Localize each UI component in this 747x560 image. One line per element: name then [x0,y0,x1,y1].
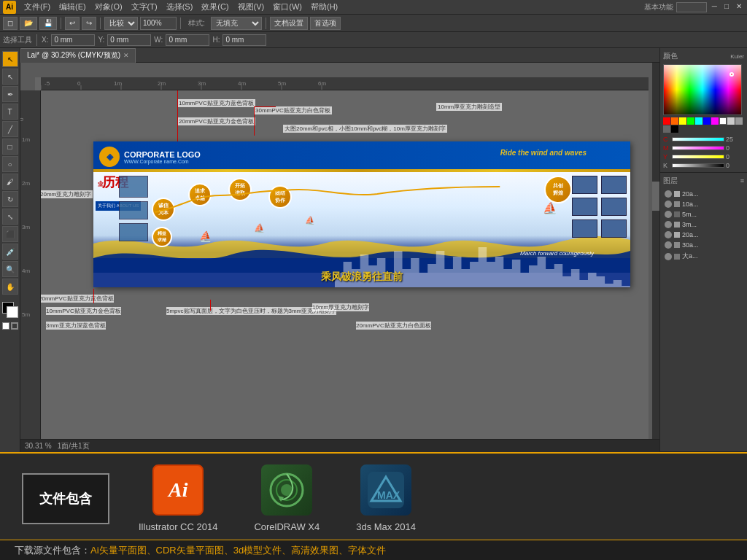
h-input[interactable] [222,34,266,46]
w-input[interactable] [166,34,209,46]
swatch-red[interactable] [663,117,670,125]
ann-line-1 [177,85,178,147]
paintbrush-tool[interactable]: 🖌 [2,174,18,190]
layer-item-5[interactable]: 20a... [663,230,744,240]
eyedropper-tool[interactable]: 💉 [2,244,18,260]
swatch-mgray[interactable] [735,117,743,125]
menu-effect[interactable]: 效果(C) [198,1,232,13]
zoom-tool[interactable]: 🔍 [2,261,18,277]
software-item-cdr: CorelDRAW X4 [254,464,320,532]
pen-tool[interactable]: ✒ [2,86,18,102]
file-contains-box: 文件包含 [22,473,109,524]
document-tab[interactable]: Lai* @ 30.29% (CMYK/预览) ✕ [20,48,136,63]
tab-close-icon[interactable]: ✕ [123,52,129,59]
swatch-lgray[interactable] [727,117,735,125]
layer-eye-2[interactable] [665,201,672,208]
banner-body: 企业 历程 关于我们 ABOUT US 诚信为本 追求卓越 精益求精 开 [93,172,630,287]
canvas-content[interactable]: 10mm亚克力雕刻字 10mmPVC贴亚克力蓝色背板 20mmPVC贴亚克力金色… [20,63,659,452]
layer-eye-4[interactable] [665,221,672,228]
layer-eye-7[interactable] [665,253,672,260]
menu-file[interactable]: 文件(F) [20,1,54,13]
layer-item-6[interactable]: 30a... [663,240,744,250]
preferences-btn[interactable]: 首选项 [310,17,341,30]
ellipse-tool[interactable]: ○ [2,156,18,172]
cmyk-sliders: C 25 M 0 Y 0 K 0 [663,136,744,169]
layer-item-3[interactable]: 5m... [663,209,744,219]
layer-item-1[interactable]: 20a... [663,189,744,199]
software-items: Ai Illustrator CC 2014 CorelDRAW X4 [139,464,416,532]
fill-color-box[interactable] [2,302,18,318]
layer-eye-3[interactable] [665,211,672,218]
layer-item-4[interactable]: 3m... [663,219,744,230]
new-btn[interactable]: ◻ [3,17,18,30]
layer-item-7[interactable]: 大a... [663,250,744,262]
menu-edit[interactable]: 编辑(E) [55,1,90,13]
v-scrollbar-thumb[interactable] [652,182,659,211]
rotate-tool[interactable]: ↻ [2,191,18,207]
m-slider-track[interactable] [672,146,724,150]
minimize-btn[interactable]: ─ [710,2,719,12]
layer-name-5: 20a... [682,231,699,238]
zoom-select[interactable]: 比较 [104,17,138,30]
layers-title-label: 图层 [663,176,678,186]
k-slider-track[interactable] [672,163,724,168]
banner-header: ◈ CORPORATE LOGO WWW.Corporate name.Com … [93,141,630,172]
layer-item-2[interactable]: 10a... [663,199,744,209]
anno-5mm-photo: 5mpvc贴写真面层，文字为白色亚压时，标题为3mm亚克力雕刻字 [166,307,336,315]
gradient-tool[interactable]: ⬛ [2,226,18,242]
open-btn[interactable]: 📂 [20,17,37,30]
swatch-white[interactable] [719,117,727,125]
layer-eye-1[interactable] [665,190,672,198]
anno-30mm-white: 30mmPVC贴亚克力白色背板 [254,106,332,114]
zoom-input[interactable] [140,17,177,30]
search-bar[interactable] [676,2,707,12]
layer-eye-6[interactable] [665,241,672,249]
style-select[interactable]: 无填充 [211,17,262,30]
layer-eye-5[interactable] [665,231,672,238]
save-btn[interactable]: 💾 [39,17,57,30]
svg-text:6m: 6m [318,80,326,87]
y-input[interactable] [107,34,151,46]
menu-help[interactable]: 帮助(H) [307,1,341,13]
swatch-cyan[interactable] [695,117,703,125]
undo-btn[interactable]: ↩ [65,17,80,30]
hand-tool[interactable]: ✋ [2,279,18,295]
ann-line-bottom-1 [93,289,94,303]
menu-window[interactable]: 窗口(W) [269,1,306,13]
swatch-blue[interactable] [703,117,711,125]
redo-btn[interactable]: ↪ [82,17,96,30]
swatch-magenta[interactable] [711,117,719,125]
color-gradient-box[interactable] [663,64,742,115]
text-tool[interactable]: T [2,104,18,120]
document-settings-btn[interactable]: 文档设置 [270,17,308,30]
swatch-orange[interactable] [671,117,678,125]
maximize-btn[interactable]: □ [722,2,731,12]
scale-tool[interactable]: ⤡ [2,209,18,225]
tab-label: Lai* @ 30.29% (CMYK/预览) [27,50,120,61]
close-btn[interactable]: ✕ [734,2,744,12]
swatch-dgray[interactable] [663,125,670,133]
anno-20mm-blue-bg: 20mmPVC贴亚克力蓝色背板 [39,295,114,303]
vertical-scrollbar[interactable] [652,63,659,452]
menu-select[interactable]: 选择(S) [163,1,197,13]
bottom-area: 文件包含 Ai Illustrator CC 2014 [0,452,747,560]
right-panel: 颜色 Kuler [659,48,747,452]
app-logo: Ai [3,1,16,14]
select-tool[interactable]: ↖ [2,51,18,67]
line-tool[interactable]: ╱ [2,121,18,137]
menu-object[interactable]: 对象(O) [91,1,126,13]
direct-select-tool[interactable]: ↖ [2,69,18,85]
anno-20mm-carve: 20mm亚克力雕刻字 [39,190,93,198]
x-input[interactable] [51,34,95,46]
menu-view[interactable]: 视图(V) [234,1,268,13]
rect-tool[interactable]: □ [2,139,18,155]
swatch-black[interactable] [671,125,678,133]
c-slider-track[interactable] [672,137,724,141]
swatch-green[interactable] [687,117,694,125]
menu-text[interactable]: 文字(T) [128,1,161,13]
swatch-yellow[interactable] [679,117,686,125]
y-slider-track[interactable] [672,155,724,159]
layers-menu-btn[interactable]: ≡ [740,177,744,184]
fill-mode-btn[interactable] [2,322,9,330]
stroke-mode-btn[interactable] [11,322,18,330]
